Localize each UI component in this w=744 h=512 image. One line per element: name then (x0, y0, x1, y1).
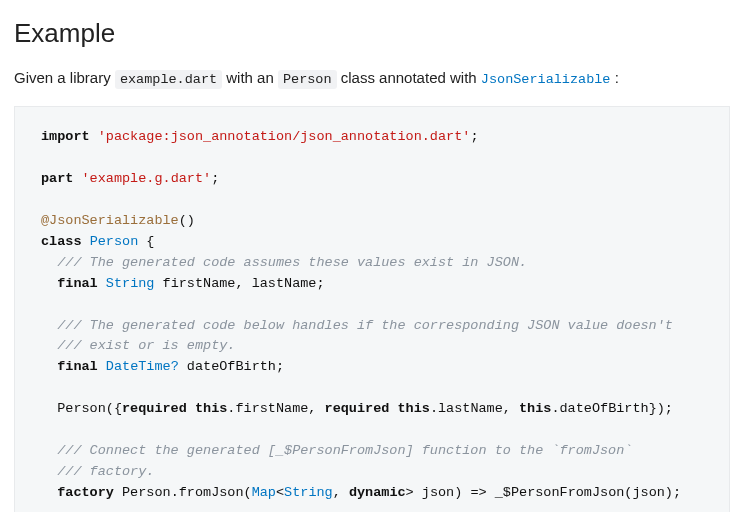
code-text: , (333, 485, 349, 500)
keyword-this: this (397, 401, 429, 416)
code-text: ; (470, 129, 478, 144)
type-name: DateTime? (106, 359, 179, 374)
doc-comment: /// exist or is empty. (57, 338, 235, 353)
intro-text: Given a library (14, 69, 115, 86)
code-text: ; (211, 171, 219, 186)
intro-text: : (610, 69, 618, 86)
string-literal: 'package:json_annotation/json_annotation… (98, 129, 471, 144)
json-serializable-link[interactable]: JsonSerializable (481, 72, 611, 87)
code-text: < (276, 485, 284, 500)
code-text: Person.fromJson( (114, 485, 252, 500)
code-text: Person({ (57, 401, 122, 416)
intro-paragraph: Given a library example.dart with an Per… (14, 67, 730, 90)
keyword-this: this (195, 401, 227, 416)
doc-comment: /// Connect the generated [_$PersonFromJ… (57, 443, 632, 458)
inline-code-classname: Person (278, 70, 337, 89)
type-name: Map (252, 485, 276, 500)
keyword-required: required (325, 401, 390, 416)
doc-comment: /// factory. (57, 464, 154, 479)
doc-comment: /// The generated code assumes these val… (57, 255, 527, 270)
inline-code-filename: example.dart (115, 70, 222, 89)
type-name: String (106, 276, 155, 291)
keyword-this: this (519, 401, 551, 416)
type-name: String (284, 485, 333, 500)
code-text: > json) => _$PersonFromJson(json); (406, 485, 681, 500)
code-text: .firstName, (227, 401, 324, 416)
code-text: .lastName, (430, 401, 519, 416)
section-heading: Example (14, 18, 730, 49)
code-text: dateOfBirth; (179, 359, 284, 374)
code-block: import 'package:json_annotation/json_ann… (14, 106, 730, 512)
keyword-final: final (57, 276, 98, 291)
type-name: Person (90, 234, 139, 249)
intro-text: class annotated with (337, 69, 481, 86)
code-text: .dateOfBirth}); (551, 401, 673, 416)
keyword-import: import (41, 129, 90, 144)
intro-text: with an (222, 69, 278, 86)
doc-comment: /// The generated code below handles if … (57, 318, 673, 333)
keyword-required: required (122, 401, 187, 416)
keyword-final: final (57, 359, 98, 374)
keyword-dynamic: dynamic (349, 485, 406, 500)
string-literal: 'example.g.dart' (82, 171, 212, 186)
code-text: { (138, 234, 154, 249)
keyword-part: part (41, 171, 73, 186)
code-text: firstName, lastName; (154, 276, 324, 291)
keyword-class: class (41, 234, 82, 249)
keyword-factory: factory (57, 485, 114, 500)
annotation: @JsonSerializable (41, 213, 179, 228)
code-text: () (179, 213, 195, 228)
